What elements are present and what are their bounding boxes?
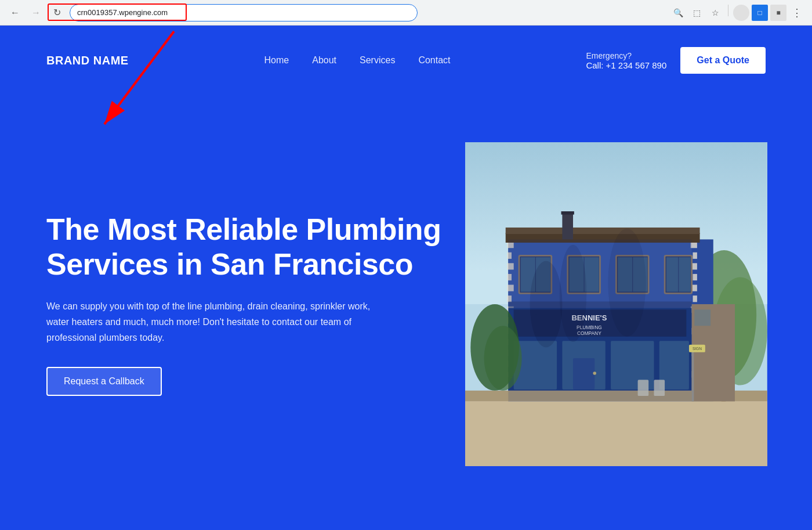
svg-rect-26 [693, 253, 697, 259]
reload-button[interactable]: ↻ [49, 5, 65, 21]
url-text: crn0019357.wpengine.com [77, 8, 168, 17]
svg-point-78 [560, 245, 586, 342]
share-button[interactable]: ⬚ [688, 5, 705, 21]
svg-point-86 [484, 326, 522, 391]
svg-text:SIGN: SIGN [693, 347, 702, 351]
browser-actions: 🔍 ⬚ ☆ □ ■ ⋮ [670, 5, 805, 21]
site-nav: Home About Services Contact [264, 55, 451, 66]
svg-point-79 [608, 229, 646, 337]
hero-image-wrapper: BENNIE'S PLUMBING COMPANY [465, 130, 767, 478]
emergency-phone: Call: +1 234 567 890 [586, 60, 666, 70]
zoom-button[interactable]: 🔍 [670, 5, 686, 21]
site-header: BRAND NAME Home About Services Contact E… [0, 26, 812, 95]
svg-rect-74 [562, 212, 573, 239]
address-bar[interactable]: crn0019357.wpengine.com [70, 4, 418, 21]
emergency-label: Emergency? [586, 51, 666, 60]
browser-chrome: ← → ↻ crn0019357.wpengine.com 🔍 ⬚ ☆ □ ■ … [0, 0, 812, 26]
svg-rect-75 [561, 211, 574, 215]
callback-button[interactable]: Request a Callback [46, 367, 162, 396]
nav-home[interactable]: Home [264, 55, 289, 66]
hero-content: The Most Reliable Plumbing Services in S… [46, 212, 442, 395]
menu-button[interactable]: ⋮ [789, 5, 805, 21]
browser-app-icon: □ [752, 5, 768, 21]
hero-description: We can supply you with top of the line p… [46, 298, 383, 346]
bookmark-button[interactable]: ☆ [707, 5, 723, 21]
profile-avatar [733, 5, 749, 21]
address-bar-wrapper: crn0019357.wpengine.com [70, 4, 418, 21]
emergency-info: Emergency? Call: +1 234 567 890 [586, 51, 666, 70]
nav-contact[interactable]: Contact [418, 55, 450, 66]
back-button[interactable]: ← [7, 5, 23, 21]
nav-services[interactable]: Services [360, 55, 395, 66]
get-quote-button[interactable]: Get a Quote [680, 47, 766, 74]
header-right: Emergency? Call: +1 234 567 890 Get a Qu… [586, 47, 766, 74]
svg-point-77 [530, 261, 563, 348]
forward-button[interactable]: → [28, 5, 44, 21]
hero-title: The Most Reliable Plumbing Services in S… [46, 212, 442, 282]
hero-building-svg: BENNIE'S PLUMBING COMPANY [465, 130, 767, 478]
browser-ext-icon: ■ [770, 5, 786, 21]
brand-name: BRAND NAME [46, 54, 129, 67]
nav-about[interactable]: About [312, 55, 336, 66]
hero-image: BENNIE'S PLUMBING COMPANY [465, 130, 767, 478]
hero-section: The Most Reliable Plumbing Services in S… [0, 95, 812, 525]
svg-rect-71 [465, 401, 767, 466]
svg-rect-30 [693, 295, 697, 302]
svg-rect-28 [693, 274, 697, 280]
svg-rect-40 [506, 228, 700, 234]
svg-rect-82 [692, 347, 694, 401]
website-content: BRAND NAME Home About Services Contact E… [0, 26, 812, 530]
svg-rect-81 [694, 309, 710, 326]
